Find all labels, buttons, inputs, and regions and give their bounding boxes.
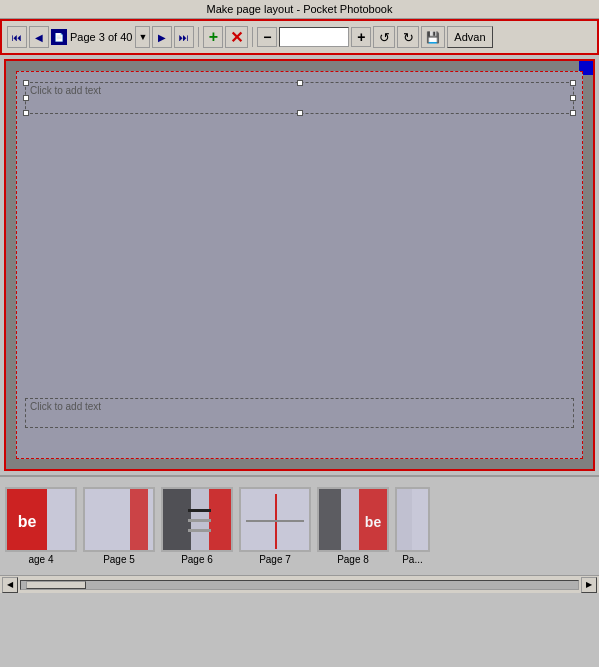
zoom-input[interactable] <box>279 27 349 47</box>
handle-mid-left[interactable] <box>23 95 29 101</box>
scroll-left-button[interactable]: ◀ <box>2 577 18 593</box>
handle-top-right[interactable] <box>570 80 576 86</box>
text-placeholder-bottom[interactable]: Click to add text <box>26 399 573 414</box>
text-box-bottom[interactable]: Click to add text <box>25 398 574 428</box>
main-canvas-area: Click to add text Click to add text <box>4 59 595 471</box>
scroll-right-button[interactable]: ▶ <box>581 577 597 593</box>
save-button[interactable]: 💾 <box>421 26 445 48</box>
thumb-pagex[interactable]: Pa... <box>395 487 430 565</box>
thumb-label-page4: age 4 <box>28 554 53 565</box>
page-dropdown-button[interactable]: ▼ <box>135 26 150 48</box>
prev-page-button[interactable]: ◀ <box>29 26 49 48</box>
page-indicator: 📄 Page 3 of 40 ▼ <box>51 26 150 48</box>
thumb-page7[interactable]: Page 7 <box>239 487 311 565</box>
handle-top-left[interactable] <box>23 80 29 86</box>
undo-button[interactable]: ↺ <box>373 26 395 48</box>
thumbnail-strip: be age 4 Page 5 Page 6 Page 7 <box>0 475 599 575</box>
thumb-page8[interactable]: be Page 8 <box>317 487 389 565</box>
page8-icon: be <box>365 514 381 530</box>
thumb-page6[interactable]: Page 6 <box>161 487 233 565</box>
page4-label: be <box>18 513 37 531</box>
thumb-page5[interactable]: Page 5 <box>83 487 155 565</box>
window-title: Make page layout - Pocket Photobook <box>207 3 393 15</box>
thumb-img-page6[interactable] <box>161 487 233 552</box>
separator-2 <box>252 27 253 47</box>
thumb-label-page7: Page 7 <box>259 554 291 565</box>
zoom-in-button[interactable]: + <box>351 27 371 47</box>
separator-1 <box>198 27 199 47</box>
page-text: Page 3 of 40 <box>70 31 132 43</box>
thumb-label-page8: Page 8 <box>337 554 369 565</box>
page-canvas[interactable]: Click to add text Click to add text <box>16 71 583 459</box>
bottom-scrollbar: ◀ ▶ <box>0 575 599 593</box>
thumb-img-page7[interactable] <box>239 487 311 552</box>
redo-button[interactable]: ↻ <box>397 26 419 48</box>
thumb-img-page4[interactable]: be <box>5 487 77 552</box>
thumb-label-page6: Page 6 <box>181 554 213 565</box>
title-bar: Make page layout - Pocket Photobook <box>0 0 599 19</box>
thumb-img-pagex[interactable] <box>395 487 430 552</box>
next-page-button[interactable]: ▶ <box>152 26 172 48</box>
zoom-area: − + <box>257 27 371 47</box>
handle-bottom-right[interactable] <box>570 110 576 116</box>
handle-bottom-center[interactable] <box>297 110 303 116</box>
thumb-img-page8[interactable]: be <box>317 487 389 552</box>
add-page-button[interactable]: + <box>203 26 223 48</box>
page-icon: 📄 <box>51 29 67 45</box>
thumb-page4[interactable]: be age 4 <box>5 487 77 565</box>
last-page-button[interactable]: ⏭ <box>174 26 194 48</box>
first-page-button[interactable]: ⏮ <box>7 26 27 48</box>
handle-top-center[interactable] <box>297 80 303 86</box>
scroll-track[interactable] <box>20 580 579 590</box>
delete-page-button[interactable]: ✕ <box>225 26 248 48</box>
handle-mid-right[interactable] <box>570 95 576 101</box>
thumb-img-page5[interactable] <box>83 487 155 552</box>
handle-bottom-left[interactable] <box>23 110 29 116</box>
advanced-button[interactable]: Advan <box>447 26 492 48</box>
thumb-label-pagex: Pa... <box>402 554 423 565</box>
thumb-label-page5: Page 5 <box>103 554 135 565</box>
zoom-out-button[interactable]: − <box>257 27 277 47</box>
text-box-top[interactable]: Click to add text <box>25 82 574 114</box>
scroll-thumb[interactable] <box>26 581 86 589</box>
toolbar: ⏮ ◀ 📄 Page 3 of 40 ▼ ▶ ⏭ + ✕ − + ↺ ↻ 💾 A… <box>0 19 599 55</box>
